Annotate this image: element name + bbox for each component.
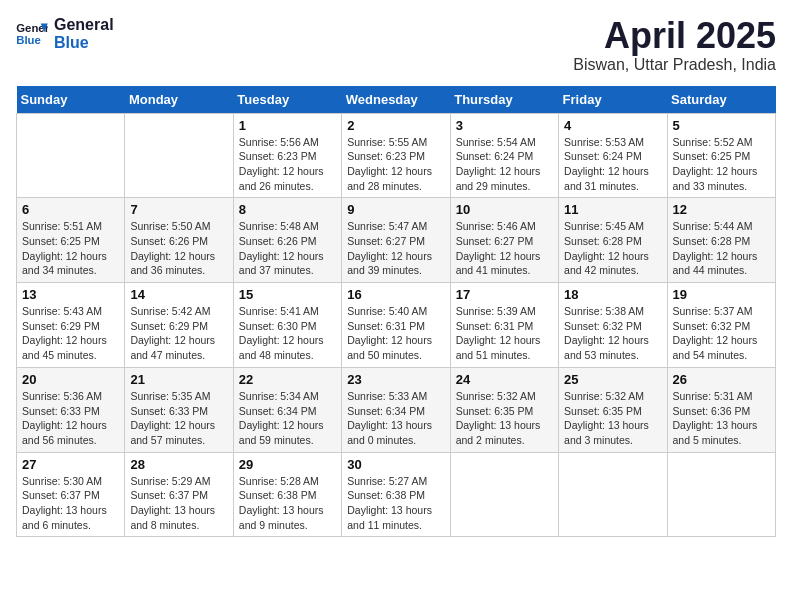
day-detail: Sunrise: 5:50 AM Sunset: 6:26 PM Dayligh… bbox=[130, 219, 227, 278]
day-detail: Sunrise: 5:28 AM Sunset: 6:38 PM Dayligh… bbox=[239, 474, 336, 533]
day-cell bbox=[125, 113, 233, 198]
day-number: 13 bbox=[22, 287, 119, 302]
day-number: 14 bbox=[130, 287, 227, 302]
calendar-body: 1Sunrise: 5:56 AM Sunset: 6:23 PM Daylig… bbox=[17, 113, 776, 537]
day-detail: Sunrise: 5:40 AM Sunset: 6:31 PM Dayligh… bbox=[347, 304, 444, 363]
day-cell: 27Sunrise: 5:30 AM Sunset: 6:37 PM Dayli… bbox=[17, 452, 125, 537]
day-detail: Sunrise: 5:44 AM Sunset: 6:28 PM Dayligh… bbox=[673, 219, 770, 278]
day-number: 10 bbox=[456, 202, 553, 217]
day-cell: 29Sunrise: 5:28 AM Sunset: 6:38 PM Dayli… bbox=[233, 452, 341, 537]
day-detail: Sunrise: 5:38 AM Sunset: 6:32 PM Dayligh… bbox=[564, 304, 661, 363]
day-detail: Sunrise: 5:45 AM Sunset: 6:28 PM Dayligh… bbox=[564, 219, 661, 278]
day-cell: 19Sunrise: 5:37 AM Sunset: 6:32 PM Dayli… bbox=[667, 283, 775, 368]
day-cell: 1Sunrise: 5:56 AM Sunset: 6:23 PM Daylig… bbox=[233, 113, 341, 198]
logo: General Blue General Blue bbox=[16, 16, 114, 51]
day-number: 11 bbox=[564, 202, 661, 217]
header-cell-tuesday: Tuesday bbox=[233, 86, 341, 114]
day-cell: 4Sunrise: 5:53 AM Sunset: 6:24 PM Daylig… bbox=[559, 113, 667, 198]
header-cell-monday: Monday bbox=[125, 86, 233, 114]
day-cell: 9Sunrise: 5:47 AM Sunset: 6:27 PM Daylig… bbox=[342, 198, 450, 283]
day-detail: Sunrise: 5:35 AM Sunset: 6:33 PM Dayligh… bbox=[130, 389, 227, 448]
day-number: 17 bbox=[456, 287, 553, 302]
day-detail: Sunrise: 5:43 AM Sunset: 6:29 PM Dayligh… bbox=[22, 304, 119, 363]
calendar-table: SundayMondayTuesdayWednesdayThursdayFrid… bbox=[16, 86, 776, 538]
day-number: 26 bbox=[673, 372, 770, 387]
day-detail: Sunrise: 5:54 AM Sunset: 6:24 PM Dayligh… bbox=[456, 135, 553, 194]
location: Biswan, Uttar Pradesh, India bbox=[573, 56, 776, 74]
day-number: 20 bbox=[22, 372, 119, 387]
day-cell: 10Sunrise: 5:46 AM Sunset: 6:27 PM Dayli… bbox=[450, 198, 558, 283]
day-cell bbox=[17, 113, 125, 198]
header-cell-saturday: Saturday bbox=[667, 86, 775, 114]
week-row-5: 27Sunrise: 5:30 AM Sunset: 6:37 PM Dayli… bbox=[17, 452, 776, 537]
day-cell: 23Sunrise: 5:33 AM Sunset: 6:34 PM Dayli… bbox=[342, 367, 450, 452]
day-cell: 2Sunrise: 5:55 AM Sunset: 6:23 PM Daylig… bbox=[342, 113, 450, 198]
day-number: 22 bbox=[239, 372, 336, 387]
day-number: 16 bbox=[347, 287, 444, 302]
day-detail: Sunrise: 5:53 AM Sunset: 6:24 PM Dayligh… bbox=[564, 135, 661, 194]
day-detail: Sunrise: 5:52 AM Sunset: 6:25 PM Dayligh… bbox=[673, 135, 770, 194]
day-cell: 16Sunrise: 5:40 AM Sunset: 6:31 PM Dayli… bbox=[342, 283, 450, 368]
day-detail: Sunrise: 5:39 AM Sunset: 6:31 PM Dayligh… bbox=[456, 304, 553, 363]
day-number: 7 bbox=[130, 202, 227, 217]
day-detail: Sunrise: 5:36 AM Sunset: 6:33 PM Dayligh… bbox=[22, 389, 119, 448]
day-detail: Sunrise: 5:56 AM Sunset: 6:23 PM Dayligh… bbox=[239, 135, 336, 194]
day-detail: Sunrise: 5:37 AM Sunset: 6:32 PM Dayligh… bbox=[673, 304, 770, 363]
day-detail: Sunrise: 5:47 AM Sunset: 6:27 PM Dayligh… bbox=[347, 219, 444, 278]
day-cell: 7Sunrise: 5:50 AM Sunset: 6:26 PM Daylig… bbox=[125, 198, 233, 283]
day-cell: 18Sunrise: 5:38 AM Sunset: 6:32 PM Dayli… bbox=[559, 283, 667, 368]
day-number: 18 bbox=[564, 287, 661, 302]
day-number: 19 bbox=[673, 287, 770, 302]
day-cell: 26Sunrise: 5:31 AM Sunset: 6:36 PM Dayli… bbox=[667, 367, 775, 452]
day-cell: 28Sunrise: 5:29 AM Sunset: 6:37 PM Dayli… bbox=[125, 452, 233, 537]
day-cell: 17Sunrise: 5:39 AM Sunset: 6:31 PM Dayli… bbox=[450, 283, 558, 368]
week-row-1: 1Sunrise: 5:56 AM Sunset: 6:23 PM Daylig… bbox=[17, 113, 776, 198]
day-number: 5 bbox=[673, 118, 770, 133]
day-cell: 8Sunrise: 5:48 AM Sunset: 6:26 PM Daylig… bbox=[233, 198, 341, 283]
day-cell: 6Sunrise: 5:51 AM Sunset: 6:25 PM Daylig… bbox=[17, 198, 125, 283]
day-detail: Sunrise: 5:51 AM Sunset: 6:25 PM Dayligh… bbox=[22, 219, 119, 278]
day-detail: Sunrise: 5:29 AM Sunset: 6:37 PM Dayligh… bbox=[130, 474, 227, 533]
header-cell-wednesday: Wednesday bbox=[342, 86, 450, 114]
day-cell: 11Sunrise: 5:45 AM Sunset: 6:28 PM Dayli… bbox=[559, 198, 667, 283]
day-cell: 14Sunrise: 5:42 AM Sunset: 6:29 PM Dayli… bbox=[125, 283, 233, 368]
day-number: 29 bbox=[239, 457, 336, 472]
day-cell: 20Sunrise: 5:36 AM Sunset: 6:33 PM Dayli… bbox=[17, 367, 125, 452]
title-block: April 2025 Biswan, Uttar Pradesh, India bbox=[573, 16, 776, 74]
day-detail: Sunrise: 5:34 AM Sunset: 6:34 PM Dayligh… bbox=[239, 389, 336, 448]
day-detail: Sunrise: 5:27 AM Sunset: 6:38 PM Dayligh… bbox=[347, 474, 444, 533]
day-detail: Sunrise: 5:42 AM Sunset: 6:29 PM Dayligh… bbox=[130, 304, 227, 363]
day-cell: 21Sunrise: 5:35 AM Sunset: 6:33 PM Dayli… bbox=[125, 367, 233, 452]
day-detail: Sunrise: 5:33 AM Sunset: 6:34 PM Dayligh… bbox=[347, 389, 444, 448]
day-cell: 22Sunrise: 5:34 AM Sunset: 6:34 PM Dayli… bbox=[233, 367, 341, 452]
day-cell: 13Sunrise: 5:43 AM Sunset: 6:29 PM Dayli… bbox=[17, 283, 125, 368]
header-row: SundayMondayTuesdayWednesdayThursdayFrid… bbox=[17, 86, 776, 114]
svg-text:Blue: Blue bbox=[16, 33, 41, 45]
day-number: 28 bbox=[130, 457, 227, 472]
logo-icon: General Blue bbox=[16, 20, 48, 48]
month-title: April 2025 bbox=[573, 16, 776, 56]
day-number: 2 bbox=[347, 118, 444, 133]
day-cell bbox=[559, 452, 667, 537]
day-number: 4 bbox=[564, 118, 661, 133]
day-number: 12 bbox=[673, 202, 770, 217]
week-row-4: 20Sunrise: 5:36 AM Sunset: 6:33 PM Dayli… bbox=[17, 367, 776, 452]
header-cell-friday: Friday bbox=[559, 86, 667, 114]
day-detail: Sunrise: 5:32 AM Sunset: 6:35 PM Dayligh… bbox=[564, 389, 661, 448]
week-row-3: 13Sunrise: 5:43 AM Sunset: 6:29 PM Dayli… bbox=[17, 283, 776, 368]
header-cell-sunday: Sunday bbox=[17, 86, 125, 114]
day-number: 1 bbox=[239, 118, 336, 133]
logo-text-blue: Blue bbox=[54, 34, 114, 52]
day-number: 6 bbox=[22, 202, 119, 217]
day-number: 23 bbox=[347, 372, 444, 387]
day-number: 15 bbox=[239, 287, 336, 302]
day-detail: Sunrise: 5:41 AM Sunset: 6:30 PM Dayligh… bbox=[239, 304, 336, 363]
day-cell: 15Sunrise: 5:41 AM Sunset: 6:30 PM Dayli… bbox=[233, 283, 341, 368]
day-cell bbox=[667, 452, 775, 537]
day-number: 25 bbox=[564, 372, 661, 387]
day-number: 8 bbox=[239, 202, 336, 217]
day-number: 24 bbox=[456, 372, 553, 387]
day-number: 27 bbox=[22, 457, 119, 472]
day-cell: 12Sunrise: 5:44 AM Sunset: 6:28 PM Dayli… bbox=[667, 198, 775, 283]
day-detail: Sunrise: 5:55 AM Sunset: 6:23 PM Dayligh… bbox=[347, 135, 444, 194]
